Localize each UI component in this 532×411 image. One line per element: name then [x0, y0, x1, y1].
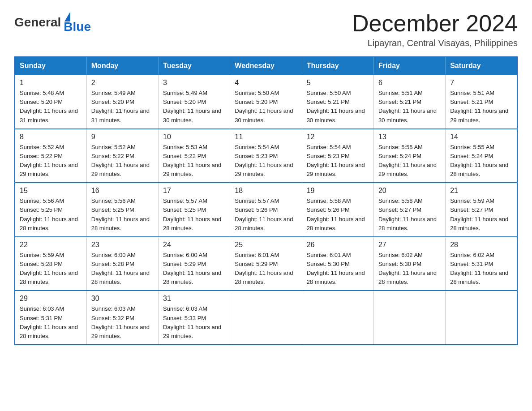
day-info: Sunrise: 5:56 AM Sunset: 5:25 PM Dayligh… [20, 197, 82, 233]
title-block: December 2024 Lipayran, Central Visayas,… [352, 11, 518, 48]
calendar-cell: 25 Sunrise: 6:01 AM Sunset: 5:29 PM Dayl… [230, 237, 302, 291]
calendar-title: December 2024 [352, 11, 518, 36]
weekday-header-friday: Friday [373, 57, 445, 75]
day-number: 29 [20, 295, 82, 303]
calendar-cell: 9 Sunrise: 5:52 AM Sunset: 5:22 PM Dayli… [86, 129, 158, 183]
day-info: Sunrise: 6:03 AM Sunset: 5:31 PM Dayligh… [20, 304, 82, 341]
day-info: Sunrise: 5:53 AM Sunset: 5:22 PM Dayligh… [163, 143, 225, 179]
day-info: Sunrise: 5:58 AM Sunset: 5:26 PM Dayligh… [307, 197, 369, 233]
day-number: 26 [307, 241, 369, 249]
calendar-cell: 7 Sunrise: 5:51 AM Sunset: 5:21 PM Dayli… [446, 75, 517, 129]
day-info: Sunrise: 5:54 AM Sunset: 5:23 PM Dayligh… [307, 143, 369, 179]
day-info: Sunrise: 5:58 AM Sunset: 5:27 PM Dayligh… [378, 197, 441, 233]
weekday-header-tuesday: Tuesday [159, 57, 230, 75]
day-info: Sunrise: 6:00 AM Sunset: 5:28 PM Dayligh… [91, 251, 154, 287]
calendar-cell [230, 291, 302, 345]
day-number: 30 [91, 295, 154, 303]
day-number: 5 [307, 79, 369, 87]
day-info: Sunrise: 6:01 AM Sunset: 5:29 PM Dayligh… [235, 251, 297, 287]
calendar-cell: 18 Sunrise: 5:57 AM Sunset: 5:26 PM Dayl… [230, 183, 302, 237]
logo-general: General [14, 15, 61, 30]
calendar-cell: 27 Sunrise: 6:02 AM Sunset: 5:30 PM Dayl… [373, 237, 445, 291]
calendar-cell: 5 Sunrise: 5:50 AM Sunset: 5:21 PM Dayli… [302, 75, 373, 129]
day-info: Sunrise: 5:55 AM Sunset: 5:24 PM Dayligh… [450, 143, 512, 179]
calendar-cell [446, 291, 517, 345]
day-number: 23 [91, 241, 154, 249]
day-info: Sunrise: 5:48 AM Sunset: 5:20 PM Dayligh… [20, 89, 82, 125]
calendar-cell: 17 Sunrise: 5:57 AM Sunset: 5:25 PM Dayl… [159, 183, 230, 237]
day-number: 31 [163, 295, 225, 303]
calendar-week-1: 1 Sunrise: 5:48 AM Sunset: 5:20 PM Dayli… [15, 75, 517, 129]
day-info: Sunrise: 5:51 AM Sunset: 5:21 PM Dayligh… [450, 89, 512, 125]
weekday-header-sunday: Sunday [15, 57, 86, 75]
calendar-cell: 20 Sunrise: 5:58 AM Sunset: 5:27 PM Dayl… [373, 183, 445, 237]
day-info: Sunrise: 5:56 AM Sunset: 5:25 PM Dayligh… [91, 197, 154, 233]
day-number: 10 [163, 133, 225, 141]
day-number: 17 [163, 187, 225, 195]
day-info: Sunrise: 5:57 AM Sunset: 5:26 PM Dayligh… [235, 197, 297, 233]
day-number: 18 [235, 187, 297, 195]
calendar-cell: 14 Sunrise: 5:55 AM Sunset: 5:24 PM Dayl… [446, 129, 517, 183]
day-info: Sunrise: 6:03 AM Sunset: 5:33 PM Dayligh… [163, 304, 225, 341]
day-info: Sunrise: 5:52 AM Sunset: 5:22 PM Dayligh… [91, 143, 154, 179]
day-number: 3 [163, 79, 225, 87]
calendar-cell: 13 Sunrise: 5:55 AM Sunset: 5:24 PM Dayl… [373, 129, 445, 183]
calendar-cell: 21 Sunrise: 5:59 AM Sunset: 5:27 PM Dayl… [446, 183, 517, 237]
day-number: 8 [20, 133, 82, 141]
day-number: 15 [20, 187, 82, 195]
calendar-week-5: 29 Sunrise: 6:03 AM Sunset: 5:31 PM Dayl… [15, 291, 517, 345]
weekday-header-thursday: Thursday [302, 57, 373, 75]
calendar-cell: 12 Sunrise: 5:54 AM Sunset: 5:23 PM Dayl… [302, 129, 373, 183]
day-info: Sunrise: 5:49 AM Sunset: 5:20 PM Dayligh… [91, 89, 154, 125]
day-number: 9 [91, 133, 154, 141]
calendar-cell: 24 Sunrise: 6:00 AM Sunset: 5:29 PM Dayl… [159, 237, 230, 291]
calendar-cell: 15 Sunrise: 5:56 AM Sunset: 5:25 PM Dayl… [15, 183, 86, 237]
calendar-week-2: 8 Sunrise: 5:52 AM Sunset: 5:22 PM Dayli… [15, 129, 517, 183]
calendar-week-3: 15 Sunrise: 5:56 AM Sunset: 5:25 PM Dayl… [15, 183, 517, 237]
calendar-cell: 8 Sunrise: 5:52 AM Sunset: 5:22 PM Dayli… [15, 129, 86, 183]
calendar-cell: 10 Sunrise: 5:53 AM Sunset: 5:22 PM Dayl… [159, 129, 230, 183]
calendar-cell: 2 Sunrise: 5:49 AM Sunset: 5:20 PM Dayli… [86, 75, 158, 129]
weekday-header-wednesday: Wednesday [230, 57, 302, 75]
calendar-cell: 30 Sunrise: 6:03 AM Sunset: 5:32 PM Dayl… [86, 291, 158, 345]
day-number: 12 [307, 133, 369, 141]
day-number: 21 [450, 187, 512, 195]
calendar-cell: 6 Sunrise: 5:51 AM Sunset: 5:21 PM Dayli… [373, 75, 445, 129]
day-info: Sunrise: 5:55 AM Sunset: 5:24 PM Dayligh… [378, 143, 441, 179]
weekday-header-saturday: Saturday [446, 57, 517, 75]
calendar-table: SundayMondayTuesdayWednesdayThursdayFrid… [14, 56, 518, 345]
day-info: Sunrise: 6:03 AM Sunset: 5:32 PM Dayligh… [91, 304, 154, 341]
day-info: Sunrise: 6:02 AM Sunset: 5:30 PM Dayligh… [378, 251, 441, 287]
calendar-subtitle: Lipayran, Central Visayas, Philippines [352, 38, 518, 48]
day-info: Sunrise: 5:50 AM Sunset: 5:21 PM Dayligh… [307, 89, 369, 125]
calendar-cell: 19 Sunrise: 5:58 AM Sunset: 5:26 PM Dayl… [302, 183, 373, 237]
day-info: Sunrise: 5:49 AM Sunset: 5:20 PM Dayligh… [163, 89, 225, 125]
day-number: 6 [378, 79, 441, 87]
day-info: Sunrise: 5:57 AM Sunset: 5:25 PM Dayligh… [163, 197, 225, 233]
day-number: 14 [450, 133, 512, 141]
weekday-header-monday: Monday [86, 57, 158, 75]
calendar-cell: 23 Sunrise: 6:00 AM Sunset: 5:28 PM Dayl… [86, 237, 158, 291]
calendar-cell: 11 Sunrise: 5:54 AM Sunset: 5:23 PM Dayl… [230, 129, 302, 183]
day-info: Sunrise: 5:50 AM Sunset: 5:20 PM Dayligh… [235, 89, 297, 125]
day-number: 2 [91, 79, 154, 87]
day-number: 20 [378, 187, 441, 195]
day-info: Sunrise: 6:02 AM Sunset: 5:31 PM Dayligh… [450, 251, 512, 287]
day-number: 28 [450, 241, 512, 249]
calendar-cell: 22 Sunrise: 5:59 AM Sunset: 5:28 PM Dayl… [15, 237, 86, 291]
calendar-cell: 29 Sunrise: 6:03 AM Sunset: 5:31 PM Dayl… [15, 291, 86, 345]
day-info: Sunrise: 5:59 AM Sunset: 5:27 PM Dayligh… [450, 197, 512, 233]
day-info: Sunrise: 5:52 AM Sunset: 5:22 PM Dayligh… [20, 143, 82, 179]
calendar-cell: 1 Sunrise: 5:48 AM Sunset: 5:20 PM Dayli… [15, 75, 86, 129]
day-number: 27 [378, 241, 441, 249]
day-info: Sunrise: 6:00 AM Sunset: 5:29 PM Dayligh… [163, 251, 225, 287]
calendar-cell: 31 Sunrise: 6:03 AM Sunset: 5:33 PM Dayl… [159, 291, 230, 345]
day-info: Sunrise: 5:59 AM Sunset: 5:28 PM Dayligh… [20, 251, 82, 287]
calendar-cell: 16 Sunrise: 5:56 AM Sunset: 5:25 PM Dayl… [86, 183, 158, 237]
day-number: 19 [307, 187, 369, 195]
calendar-cell: 28 Sunrise: 6:02 AM Sunset: 5:31 PM Dayl… [446, 237, 517, 291]
calendar-cell: 3 Sunrise: 5:49 AM Sunset: 5:20 PM Dayli… [159, 75, 230, 129]
page-header: General Blue December 2024 Lipayran, Cen… [14, 11, 518, 48]
day-number: 4 [235, 79, 297, 87]
day-info: Sunrise: 6:01 AM Sunset: 5:30 PM Dayligh… [307, 251, 369, 287]
